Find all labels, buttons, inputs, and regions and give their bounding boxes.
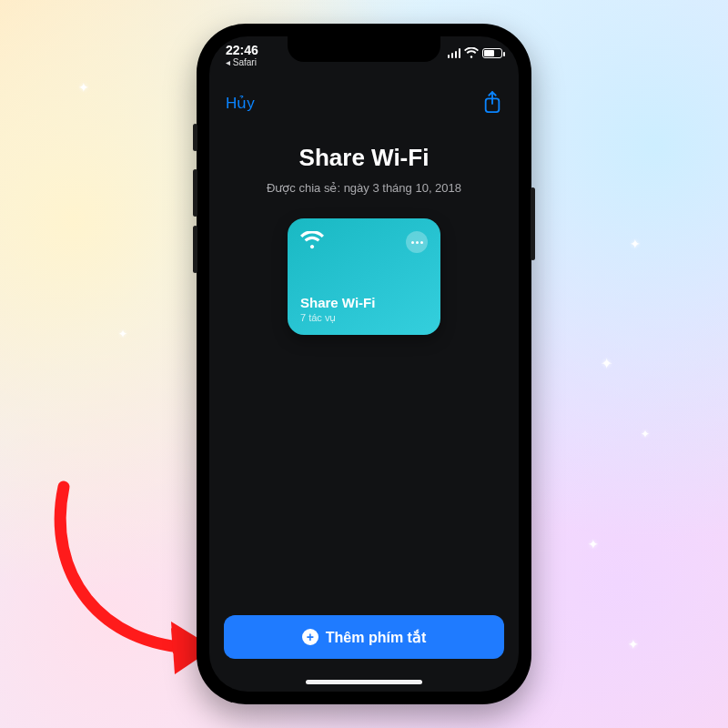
mute-switch — [193, 124, 197, 151]
home-indicator[interactable] — [306, 680, 422, 684]
tutorial-backdrop: ✦ ✦ ✦ ✦ ✦ ✦ ✦ 22:46 ◂ Safari — [0, 0, 728, 728]
wifi-icon — [464, 47, 479, 58]
notch — [288, 36, 440, 62]
shortcut-card[interactable]: Share Wi-Fi 7 tác vụ — [288, 218, 440, 335]
sparkle-icon: ✦ — [588, 537, 599, 551]
shortcut-card-name: Share Wi-Fi — [300, 295, 428, 310]
volume-up-button — [193, 169, 197, 217]
share-icon[interactable] — [482, 91, 502, 115]
phone-screen: 22:46 ◂ Safari Hủy — [209, 36, 519, 692]
shortcut-card-meta: 7 tác vụ — [300, 312, 428, 324]
volume-down-button — [193, 226, 197, 273]
phone-frame: 22:46 ◂ Safari Hủy — [197, 24, 531, 704]
sparkle-icon: ✦ — [78, 80, 89, 95]
ellipsis-icon[interactable] — [406, 231, 428, 253]
sparkle-icon: ✦ — [628, 637, 639, 652]
wifi-icon — [300, 231, 324, 249]
plus-circle-icon: + — [302, 629, 318, 645]
cancel-button[interactable]: Hủy — [226, 94, 255, 113]
status-time: 22:46 — [226, 44, 258, 57]
nav-bar: Hủy — [209, 84, 519, 122]
sparkle-icon: ✦ — [601, 355, 612, 372]
cta-container: + Thêm phím tắt — [224, 615, 504, 659]
add-shortcut-button[interactable]: + Thêm phím tắt — [224, 615, 504, 659]
power-button — [531, 187, 535, 260]
back-to-app[interactable]: ◂ Safari — [226, 57, 258, 67]
page-subtitle: Được chia sẻ: ngày 3 tháng 10, 2018 — [267, 181, 461, 195]
main-content: Share Wi-Fi Được chia sẻ: ngày 3 tháng 1… — [209, 144, 519, 692]
sparkle-icon: ✦ — [630, 237, 641, 251]
cellular-signal-icon — [448, 48, 461, 58]
back-to-app-label: Safari — [233, 57, 257, 67]
sparkle-icon: ✦ — [641, 428, 650, 440]
battery-icon — [482, 48, 502, 58]
sparkle-icon: ✦ — [118, 328, 127, 340]
page-title: Share Wi-Fi — [299, 144, 430, 172]
add-shortcut-label: Thêm phím tắt — [326, 629, 426, 646]
